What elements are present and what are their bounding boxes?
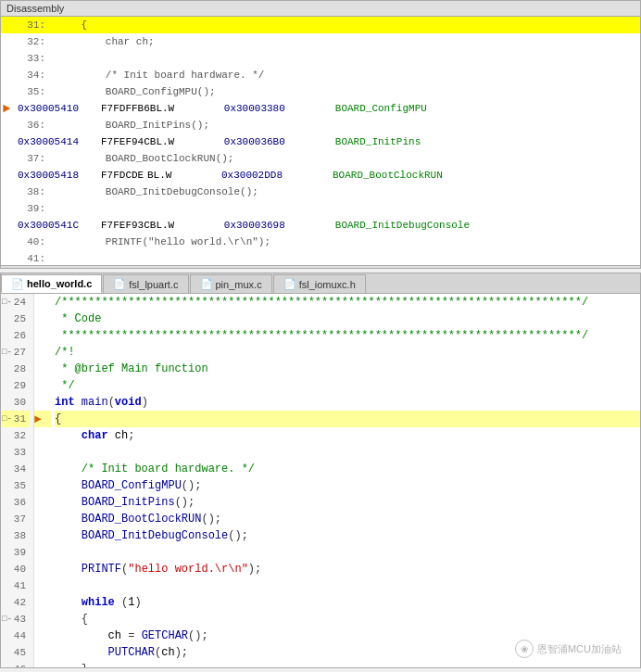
dis-line-34: 34: /* Init board hardware. */ [1,67,640,83]
disassembly-content[interactable]: 31: { 32: char ch; 33: 34: /* Init board… [1,17,640,265]
code-line-40: PRINTF("hello world.\r\n"); [55,561,640,577]
dis-line-36: 36: BOARD_InitPins(); [1,117,640,133]
code-line-35: BOARD_ConfigMPU(); [55,477,640,494]
code-line-27: /*! [55,344,640,361]
dis-asm-1: ► 0x30005410 F7FDFFB6 BL.W 0x30003380 BO… [1,100,640,117]
dis-asm-4: 0x3000541C F7FEF93C BL.W 0x30003698 BOAR… [1,217,640,234]
code-line-28: * @brief Main function [55,361,640,377]
dis-line-41: 41: [1,250,640,265]
dis-line-37: 37: BOARD_BootClockRUN(); [1,150,640,167]
code-line-46: } [55,661,640,667]
tab-fsl-iomuxc[interactable]: 📄 fsl_iomuxc.h [273,274,366,293]
disassembly-title: Disassembly [1,1,640,17]
tab-hello-world[interactable]: 📄 hello_world.c [1,274,102,293]
code-line-37: BOARD_BootClockRUN(); [55,511,640,527]
left-marker-col: ► [34,294,51,667]
dis-line-33: 33: [1,50,640,67]
dis-asm-2: 0x30005414 F7FEF94C BL.W 0x300036B0 BOAR… [1,133,640,150]
code-line-36: BOARD_InitPins(); [55,494,640,511]
code-line-34: /* Init board hardware. */ [55,461,640,477]
watermark: ❀ 恩智浦MCU加油站 [515,640,622,658]
watermark-text: 恩智浦MCU加油站 [537,642,622,656]
code-line-31: { [55,411,640,427]
code-line-33 [55,444,640,461]
tab-bar: 📄 hello_world.c 📄 fsl_lpuart.c 📄 pin_mux… [1,273,640,294]
dis-line-32: 32: char ch; [1,33,640,50]
code-line-32: char ch; [55,427,640,444]
dis-line-40: 40: PRINTF("hello world.\r\n"); [1,234,640,250]
disassembly-scrollbar-h[interactable] [1,265,640,269]
code-line-24: /***************************************… [55,294,640,311]
tab-fsl-lpuart[interactable]: 📄 fsl_lpuart.c [103,274,188,293]
dis-line-35: 35: BOARD_ConfigMPU(); [1,83,640,100]
editor-panel: 📄 hello_world.c 📄 fsl_lpuart.c 📄 pin_mux… [0,273,641,668]
disassembly-panel: Disassembly 31: { 32: char ch; 33: 34: /… [0,0,641,269]
code-area[interactable]: /***************************************… [51,294,640,667]
code-line-29: */ [55,377,640,394]
code-line-42: while (1) [55,594,640,611]
debug-arrow-icon: ► [34,412,42,426]
code-line-25: * Code [55,311,640,327]
tab-pin-mux[interactable]: 📄 pin_mux.c [190,274,272,293]
code-line-26: ****************************************… [55,327,640,344]
dis-line-31: 31: { [1,17,640,33]
watermark-icon: ❀ [515,640,534,658]
editor-content[interactable]: □-24 25 26 □-27 28 29 30 □-31 32 33 34 3… [1,294,640,667]
code-line-43: { [55,611,640,628]
code-line-38: BOARD_InitDebugConsole(); [55,527,640,544]
code-line-39 [55,544,640,561]
line-number-gutter: □-24 25 26 □-27 28 29 30 □-31 32 33 34 3… [1,294,34,667]
dis-line-39: 39: [1,200,640,217]
code-line-30: int main(void) [55,394,640,411]
code-line-41 [55,577,640,594]
dis-asm-3: 0x30005418 F7FDCDE BL.W 0x30002DD8 BOARD… [1,167,640,184]
dis-line-38: 38: BOARD_InitDebugConsole(); [1,184,640,200]
